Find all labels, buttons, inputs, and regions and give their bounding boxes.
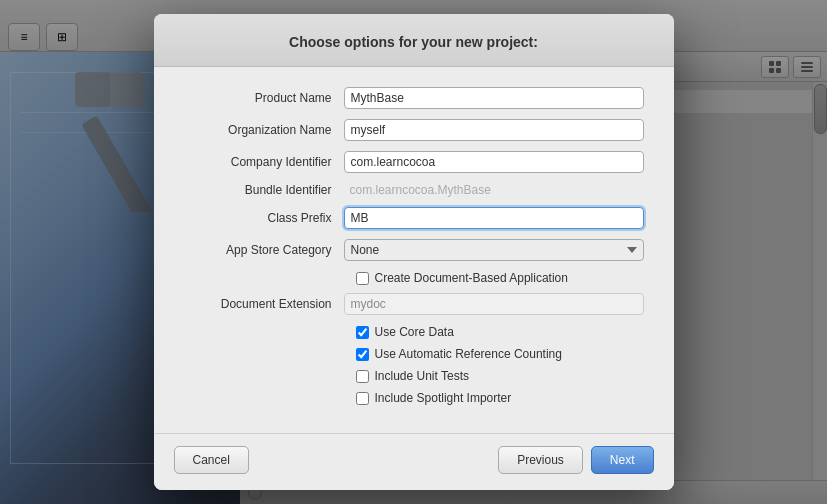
company-id-input[interactable]: [344, 151, 644, 173]
spotlight-checkbox[interactable]: [356, 392, 369, 405]
core-data-row: Use Core Data: [184, 325, 644, 339]
product-name-input[interactable]: [344, 87, 644, 109]
dialog: Choose options for your new project: Pro…: [154, 14, 674, 490]
unit-tests-checkbox[interactable]: [356, 370, 369, 383]
arc-checkbox[interactable]: [356, 348, 369, 361]
company-id-label: Company Identifier: [184, 155, 344, 169]
doc-based-checkbox[interactable]: [356, 272, 369, 285]
dialog-body: Product Name Organization Name Company I…: [154, 67, 674, 433]
app-store-label: App Store Category: [184, 243, 344, 257]
bundle-id-label: Bundle Identifier: [184, 183, 344, 197]
next-button[interactable]: Next: [591, 446, 654, 474]
class-prefix-label: Class Prefix: [184, 211, 344, 225]
spotlight-row: Include Spotlight Importer: [184, 391, 644, 405]
org-name-row: Organization Name: [184, 119, 644, 141]
arc-label: Use Automatic Reference Counting: [375, 347, 562, 361]
org-name-input[interactable]: [344, 119, 644, 141]
doc-ext-row: Document Extension: [184, 293, 644, 315]
class-prefix-input[interactable]: [344, 207, 644, 229]
doc-ext-input[interactable]: [344, 293, 644, 315]
doc-based-row: Create Document-Based Application: [184, 271, 644, 285]
core-data-checkbox[interactable]: [356, 326, 369, 339]
product-name-row: Product Name: [184, 87, 644, 109]
bundle-id-row: Bundle Identifier com.learncocoa.MythBas…: [184, 183, 644, 197]
app-store-row: App Store Category None Books Business E…: [184, 239, 644, 261]
app-store-select[interactable]: None Books Business Education Entertainm…: [344, 239, 644, 261]
unit-tests-label: Include Unit Tests: [375, 369, 470, 383]
spotlight-label: Include Spotlight Importer: [375, 391, 512, 405]
dialog-header: Choose options for your new project:: [154, 14, 674, 67]
cancel-button[interactable]: Cancel: [174, 446, 249, 474]
core-data-label: Use Core Data: [375, 325, 454, 339]
previous-button[interactable]: Previous: [498, 446, 583, 474]
arc-row: Use Automatic Reference Counting: [184, 347, 644, 361]
dialog-overlay: Choose options for your new project: Pro…: [0, 0, 827, 504]
class-prefix-row: Class Prefix: [184, 207, 644, 229]
org-name-label: Organization Name: [184, 123, 344, 137]
btn-group-right: Previous Next: [498, 446, 653, 474]
doc-ext-label: Document Extension: [184, 297, 344, 311]
unit-tests-row: Include Unit Tests: [184, 369, 644, 383]
dialog-title: Choose options for your new project:: [289, 34, 538, 50]
dialog-footer: Cancel Previous Next: [154, 433, 674, 490]
doc-based-label: Create Document-Based Application: [375, 271, 568, 285]
bundle-id-value: com.learncocoa.MythBase: [344, 183, 497, 197]
company-id-row: Company Identifier: [184, 151, 644, 173]
product-name-label: Product Name: [184, 91, 344, 105]
